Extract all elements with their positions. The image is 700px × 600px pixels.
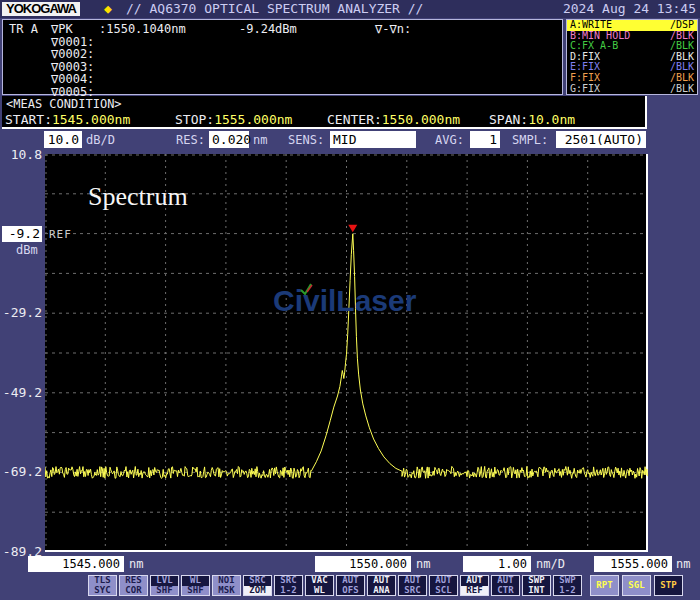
smpl-field[interactable]: 2501(AUTO) — [556, 131, 646, 148]
trace-status-row[interactable]: G:FIX/BLK — [567, 84, 697, 95]
title-bar: YOKOGAWA ◆ // AQ6370 OPTICAL SPECTRUM AN… — [0, 0, 700, 18]
softkey-aut-ctr[interactable]: AUTCTR — [491, 575, 520, 596]
meas-field-value: 1555.000nm — [214, 112, 292, 127]
trace-label: TR A — [9, 22, 38, 36]
softkey-label-line2: WL — [306, 586, 333, 596]
avg-label: AVG: — [435, 133, 464, 147]
softkey-label-line2: SRC — [399, 586, 426, 596]
softkey-label-line2: SYC — [89, 586, 116, 596]
trace-name: A:WRITE — [570, 20, 612, 31]
softkey-aut-src[interactable]: AUTSRC — [398, 575, 427, 596]
marker-readout-panel: TR A ∇PK :1550.1040nm -9.24dBm ∇-∇n: ∇00… — [2, 19, 563, 95]
softkey-label-line2: ZOM — [244, 586, 271, 596]
softkey-tls-syc[interactable]: TLSSYC — [88, 575, 117, 596]
marker-wavelength: :1550.1040nm — [99, 22, 186, 36]
sens-field[interactable]: MID — [330, 131, 416, 148]
sens-label: SENS: — [288, 133, 324, 147]
softkey-rpt[interactable]: RPT — [590, 575, 619, 596]
softkey-aut-ofs[interactable]: AUTOFS — [336, 575, 365, 596]
meas-field-label: CENTER: — [327, 112, 382, 127]
softkey-aut-ana[interactable]: AUTANA — [367, 575, 396, 596]
meas-field-value: 10.0nm — [528, 112, 575, 127]
softkey-stp[interactable]: STP — [654, 575, 683, 596]
marker-mode: ∇PK — [51, 22, 73, 36]
softkey-swp-int[interactable]: SWPINT — [522, 575, 551, 596]
softkey-noi-msk[interactable]: NOIMSK — [212, 575, 241, 596]
spectrum-plot: Spectrum CivilLaser REF — [45, 154, 648, 552]
res-field[interactable]: 0.020 — [209, 131, 249, 148]
softkey-swp-1-2[interactable]: SWP1-2 — [553, 575, 582, 596]
meas-field-span: SPAN:10.0nm — [489, 112, 575, 127]
spectrum-trace — [45, 234, 648, 479]
civillaser-check-icon — [299, 282, 319, 296]
res-label: RES: — [176, 133, 205, 147]
softkey-aut-ref[interactable]: AUTREF — [460, 575, 489, 596]
meas-field-center: CENTER:1550.000nm — [327, 112, 460, 127]
softkey-label-line1: STP — [655, 581, 682, 591]
civillaser-watermark: CivilLaser — [273, 284, 416, 318]
y-label-2: -29.2 — [2, 305, 42, 320]
meas-condition-panel: <MEAS CONDITION> START:1545.000nmSTOP:15… — [2, 96, 647, 129]
softkey-label-line2: COR — [120, 586, 147, 596]
softkey-lvl-shf[interactable]: LVLSHF — [150, 575, 179, 596]
smpl-label: SMPL: — [512, 133, 548, 147]
meas-field-value: 1545.000nm — [52, 112, 130, 127]
softkey-src-zom[interactable]: SRCZOM — [243, 575, 272, 596]
x-center-box: 1550.000 — [315, 556, 411, 572]
softkey-label-line1: RPT — [591, 581, 618, 591]
trace-name: G:FIX — [570, 84, 600, 95]
softkey-label-line2: SHF — [151, 586, 178, 596]
meas-field-label: START: — [5, 112, 52, 127]
x-center-unit: nm — [416, 557, 430, 571]
x-scale-box: 1.00 — [463, 556, 531, 572]
x-stop-unit: nm — [676, 557, 690, 571]
trace-status-row[interactable]: F:FIX/BLK — [567, 73, 697, 84]
x-stop-box: 1555.000 — [594, 556, 672, 572]
softkey-label-line2: 1-2 — [275, 586, 302, 596]
trace-name: F:FIX — [570, 73, 600, 84]
x-scale-unit: nm/D — [536, 557, 565, 571]
trace-display-status: /BLK — [670, 73, 694, 84]
diamond-icon: ◆ — [104, 1, 112, 17]
softkey-label-line2: OFS — [337, 586, 364, 596]
marker-level: -9.24dBm — [239, 22, 297, 36]
y-axis-unit: dBm — [16, 243, 38, 257]
meas-field-value: 1550.000nm — [382, 112, 460, 127]
avg-field[interactable]: 1 — [470, 131, 500, 148]
trace-status-panel: A:WRITE/DSPB:MIN HOLD/BLKC:FX A-B/BLKD:F… — [566, 19, 698, 95]
trace-display-status: /BLK — [670, 84, 694, 95]
osa-screen: YOKOGAWA ◆ // AQ6370 OPTICAL SPECTRUM AN… — [0, 0, 700, 600]
app-title: // AQ6370 OPTICAL SPECTRUM ANALYZER // — [126, 2, 423, 16]
spectrum-watermark: Spectrum — [88, 182, 188, 212]
y-label-4: -69.2 — [2, 464, 42, 479]
meas-field-label: SPAN: — [489, 112, 528, 127]
meas-field-start: START:1545.000nm — [5, 112, 130, 127]
meas-field-label: STOP: — [175, 112, 214, 127]
meas-condition-header: <MEAS CONDITION> — [6, 97, 122, 111]
y-label-top: 10.8 — [2, 147, 42, 162]
trace-status-row[interactable]: A:WRITE/DSP — [567, 20, 697, 31]
softkey-label-line2: SHF — [182, 586, 209, 596]
softkey-label-line2: CTR — [492, 586, 519, 596]
softkey-res-cor[interactable]: RESCOR — [119, 575, 148, 596]
level-scale-field[interactable]: 10.0 — [44, 131, 82, 148]
trace-display-status: /DSP — [670, 20, 694, 31]
softkey-vac-wl[interactable]: VACWL — [305, 575, 334, 596]
softkey-label-line1: SGL — [623, 581, 650, 591]
softkey-label-line2: REF — [461, 586, 488, 596]
softkey-label-line2: INT — [523, 586, 550, 596]
marker-delta-label: ∇-∇n: — [375, 22, 411, 36]
yokogawa-logo: YOKOGAWA — [2, 2, 80, 16]
y-label-3: -49.2 — [2, 385, 42, 400]
softkey-aut-scl[interactable]: AUTSCL — [429, 575, 458, 596]
ref-level-box: -9.2 — [2, 226, 42, 242]
softkey-label-line2: ANA — [368, 586, 395, 596]
ref-line-label: REF — [49, 228, 72, 241]
softkey-sgl[interactable]: SGL — [622, 575, 651, 596]
softkey-label-line2: 1-2 — [554, 586, 581, 596]
level-scale-unit: dB/D — [86, 133, 115, 147]
x-start-unit: nm — [129, 557, 143, 571]
softkey-wl-shf[interactable]: WLSHF — [181, 575, 210, 596]
softkey-src-1-2[interactable]: SRC1-2 — [274, 575, 303, 596]
peak-marker-icon[interactable] — [348, 225, 357, 233]
